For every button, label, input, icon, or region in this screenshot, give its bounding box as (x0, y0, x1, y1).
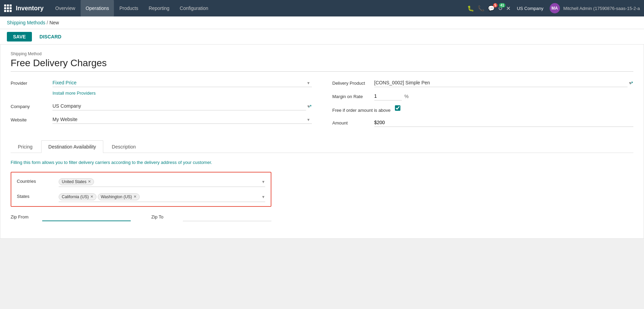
margin-input[interactable] (374, 92, 402, 100)
tag-california: California (US) ✕ (59, 193, 96, 200)
free-above-label: Free if order amount is above (332, 105, 391, 114)
zip-to-input[interactable] (183, 213, 271, 221)
form-main-grid: Provider Fixed Price ▼ Install more Prov… (11, 79, 633, 132)
free-above-checkbox[interactable] (395, 105, 400, 111)
form-title[interactable]: Free Delivery Charges (11, 58, 633, 72)
destination-fields: Countries United States ✕ ▼ States (11, 172, 271, 221)
zip-from-input[interactable] (42, 212, 131, 221)
form-left-column: Provider Fixed Price ▼ Install more Prov… (11, 79, 312, 132)
refresh-icon[interactable]: ↺ 41 (498, 5, 503, 12)
tag-united-states-remove[interactable]: ✕ (88, 179, 91, 184)
website-select-wrapper: My Website ▼ (52, 115, 312, 124)
tag-washington: Washington (US) ✕ (98, 193, 140, 200)
provider-field-value: Fixed Price ▼ Install more Providers (52, 79, 312, 97)
company-label: Company (11, 102, 48, 109)
countries-label: Countries (17, 177, 55, 184)
chat-badge: 5 (493, 3, 498, 8)
states-field-value: California (US) ✕ Washington (US) ✕ ▼ (59, 192, 265, 202)
delivery-product-field-row: Delivery Product [CONS_0002] Simple Pen … (332, 79, 634, 87)
zip-to-label: Zip To (151, 214, 179, 219)
countries-field-value: United States ✕ ▼ (59, 177, 265, 187)
discard-button[interactable]: DISCARD (35, 32, 66, 41)
install-providers-link[interactable]: Install more Providers (52, 89, 96, 97)
states-tag-field[interactable]: California (US) ✕ Washington (US) ✕ ▼ (59, 192, 265, 202)
form-toolbar: SAVE DISCARD (0, 29, 644, 45)
delivery-product-external-link-icon[interactable]: ↗ (630, 80, 633, 85)
refresh-badge: 41 (499, 3, 505, 8)
form-label-small: Shipping Method (11, 51, 633, 56)
countries-states-box: Countries United States ✕ ▼ States (11, 172, 271, 207)
tag-california-text: California (US) (62, 194, 89, 199)
zip-to-field: Zip To (151, 212, 271, 221)
chat-icon[interactable]: 💬 5 (488, 5, 495, 12)
company-field-row: Company US Company ▼ ↗ (11, 102, 312, 110)
app-brand[interactable]: Inventory (16, 5, 44, 12)
nav-products[interactable]: Products (115, 0, 143, 16)
user-name: Mitchell Admin (17590876-saas-15-2-a (563, 6, 640, 11)
zip-row: Zip From Zip To (11, 212, 271, 221)
margin-field-row: Margin on Rate % (332, 92, 634, 100)
amount-field-value (374, 118, 634, 127)
delivery-product-label: Delivery Product (332, 79, 370, 86)
provider-select-wrapper: Fixed Price ▼ (52, 79, 312, 87)
nav-reporting[interactable]: Reporting (144, 0, 174, 16)
save-button[interactable]: SAVE (7, 32, 32, 41)
user-avatar[interactable]: MA (550, 3, 560, 13)
amount-label: Amount (332, 118, 370, 126)
states-dropdown-icon[interactable]: ▼ (261, 195, 265, 199)
countries-dropdown-icon[interactable]: ▼ (261, 180, 265, 184)
website-label: Website (11, 115, 48, 122)
form-section: Shipping Method Free Delivery Charges Pr… (0, 45, 644, 239)
provider-label: Provider (11, 79, 48, 86)
margin-field-value: % (374, 92, 634, 100)
free-above-field-row: Free if order amount is above (332, 105, 634, 114)
company-select[interactable]: US Company (52, 102, 306, 110)
amount-field-row: Amount (332, 118, 634, 127)
top-menu: Overview Operations Products Reporting C… (50, 0, 466, 16)
tag-california-remove[interactable]: ✕ (90, 194, 93, 199)
close-icon[interactable]: ✕ (506, 5, 511, 12)
delivery-product-select-wrapper: [CONS_0002] Simple Pen ▼ ↗ (374, 79, 634, 87)
tab-description[interactable]: Description (105, 140, 143, 153)
website-field-row: Website My Website ▼ (11, 115, 312, 124)
topnav-right: 🐛 📞 💬 5 ↺ 41 ✕ US Company MA Mitchell Ad… (467, 3, 640, 13)
margin-label: Margin on Rate (332, 92, 370, 99)
zip-from-field: Zip From (11, 212, 131, 221)
tag-united-states-text: United States (62, 179, 86, 184)
nav-configuration[interactable]: Configuration (175, 0, 213, 16)
company-external-link-icon[interactable]: ↗ (308, 104, 312, 109)
tag-washington-text: Washington (US) (101, 194, 132, 199)
company-field-value: US Company ▼ ↗ (52, 102, 312, 110)
states-label: States (17, 192, 55, 199)
company-select-wrapper: US Company ▼ ↗ (52, 102, 312, 110)
nav-operations[interactable]: Operations (81, 0, 114, 16)
breadcrumb: Shipping Methods / New (0, 16, 644, 29)
nav-overview[interactable]: Overview (50, 0, 80, 16)
amount-input[interactable] (374, 118, 634, 127)
breadcrumb-current: New (49, 20, 59, 25)
top-navigation: Inventory Overview Operations Products R… (0, 0, 644, 16)
tabs-bar: Pricing Destination Availability Descrip… (11, 140, 633, 153)
free-above-checkbox-row (395, 105, 634, 111)
delivery-product-select[interactable]: [CONS_0002] Simple Pen (374, 79, 628, 87)
app-grid-icon[interactable] (4, 4, 12, 12)
website-field-value: My Website ▼ (52, 115, 312, 124)
tab-destination-availability[interactable]: Destination Availability (41, 140, 103, 153)
phone-icon[interactable]: 📞 (478, 5, 484, 12)
bug-icon[interactable]: 🐛 (467, 5, 474, 12)
form-right-column: Delivery Product [CONS_0002] Simple Pen … (332, 79, 634, 132)
breadcrumb-link-shipping-methods[interactable]: Shipping Methods (7, 20, 45, 25)
tag-washington-remove[interactable]: ✕ (133, 194, 137, 199)
states-field-row: States California (US) ✕ Washington (US)… (17, 192, 265, 202)
provider-field-row: Provider Fixed Price ▼ Install more Prov… (11, 79, 312, 97)
provider-select[interactable]: Fixed Price (52, 79, 312, 87)
tag-united-states: United States ✕ (59, 178, 94, 185)
destination-info-text: Filling this form allows you to filter d… (11, 160, 633, 165)
tab-pricing[interactable]: Pricing (11, 140, 40, 153)
margin-row: % (374, 92, 634, 100)
website-select[interactable]: My Website (52, 115, 312, 124)
countries-field-row: Countries United States ✕ ▼ (17, 177, 265, 187)
breadcrumb-separator: / (47, 20, 48, 25)
countries-tag-field[interactable]: United States ✕ ▼ (59, 177, 265, 187)
company-selector[interactable]: US Company (514, 6, 546, 11)
